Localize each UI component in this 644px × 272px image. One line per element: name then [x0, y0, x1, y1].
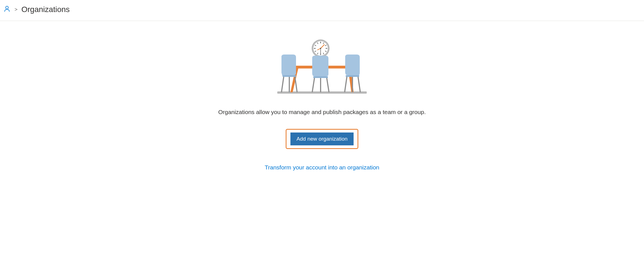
meeting-room-illustration	[276, 38, 368, 109]
highlight-border: Add new organization	[286, 129, 359, 149]
svg-line-34	[345, 77, 347, 92]
svg-line-35	[358, 77, 360, 92]
main-content: Organizations allow you to manage and pu…	[0, 21, 644, 171]
svg-rect-32	[356, 66, 359, 76]
transform-account-link[interactable]: Transform your account into an organizat…	[265, 164, 379, 171]
svg-line-25	[281, 77, 284, 92]
svg-rect-28	[313, 76, 328, 78]
organizations-description: Organizations allow you to manage and pu…	[218, 109, 426, 115]
breadcrumb-separator: >	[15, 7, 18, 13]
svg-point-7	[320, 48, 321, 49]
svg-line-30	[327, 78, 329, 92]
svg-line-26	[295, 77, 297, 92]
svg-line-29	[312, 78, 314, 92]
breadcrumb: > Organizations	[0, 0, 644, 21]
svg-point-0	[6, 6, 8, 9]
svg-rect-24	[283, 75, 296, 77]
svg-rect-33	[346, 75, 359, 77]
user-icon[interactable]	[3, 5, 11, 14]
page-title: Organizations	[22, 5, 70, 14]
add-new-organization-button[interactable]: Add new organization	[290, 133, 354, 145]
